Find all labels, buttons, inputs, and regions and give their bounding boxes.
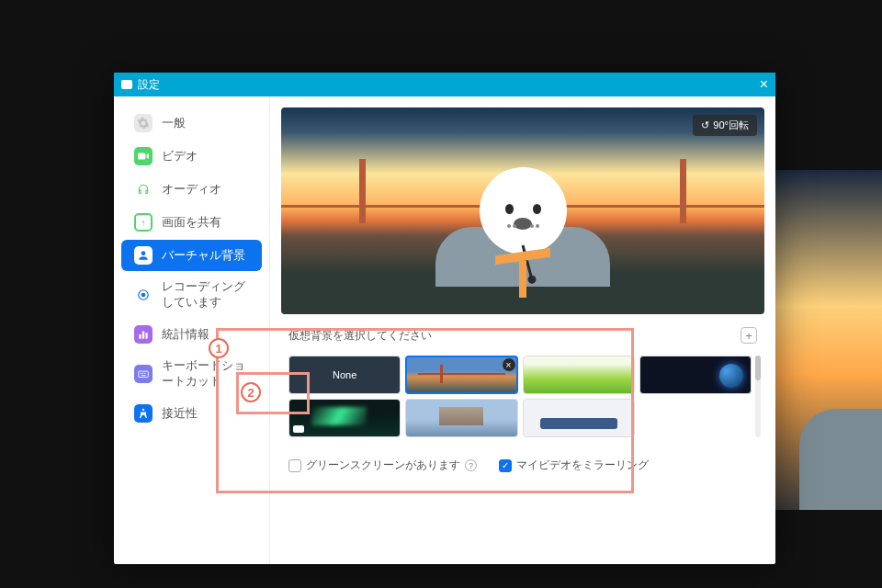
svg-rect-8 — [144, 373, 145, 374]
person-graphic — [435, 167, 610, 314]
svg-rect-3 — [142, 332, 144, 339]
svg-rect-7 — [142, 373, 143, 374]
sidebar-item-general[interactable]: 一般 — [121, 107, 262, 139]
headphones-icon — [134, 180, 153, 198]
annotation-step-1: 1 — [209, 338, 229, 358]
thumb-scrollbar[interactable] — [755, 356, 761, 437]
add-background-button[interactable]: + — [741, 327, 757, 344]
video-icon — [134, 147, 153, 165]
svg-rect-9 — [141, 375, 146, 376]
svg-rect-5 — [139, 371, 149, 377]
sidebar-item-video[interactable]: ビデオ — [121, 141, 262, 172]
person-icon — [134, 246, 153, 265]
sidebar-item-label: ビデオ — [162, 149, 198, 164]
sidebar-item-label: レコーディングしています — [162, 279, 249, 311]
sidebar-item-recording[interactable]: レコーディングしています — [121, 273, 262, 317]
background-thumb-earth[interactable] — [639, 356, 752, 394]
stats-icon — [134, 325, 153, 344]
sidebar-item-label: 接近性 — [162, 406, 198, 422]
rotate-label: 90°回転 — [713, 119, 749, 132]
app-icon — [121, 80, 132, 89]
rotate-icon: ↺ — [701, 119, 709, 131]
accessibility-icon — [134, 404, 153, 423]
gear-icon — [134, 114, 153, 132]
svg-rect-4 — [145, 333, 147, 338]
annotation-step-2: 2 — [241, 382, 261, 402]
sidebar-item-label: 統計情報 — [162, 327, 209, 343]
title-bar: 設定 × — [114, 73, 775, 96]
keyboard-icon — [134, 365, 153, 383]
svg-point-10 — [142, 409, 144, 411]
sidebar-item-label: 画面を共有 — [162, 215, 221, 231]
backdrop-person — [799, 409, 882, 510]
sidebar-item-audio[interactable]: オーディオ — [121, 174, 262, 205]
sidebar-item-label: オーディオ — [162, 182, 221, 198]
rotate-button[interactable]: ↺ 90°回転 — [693, 115, 757, 136]
svg-point-1 — [141, 293, 146, 298]
recording-icon — [134, 286, 153, 304]
window-title: 設定 — [138, 77, 160, 93]
svg-rect-6 — [141, 373, 141, 374]
sidebar-item-label: 一般 — [162, 116, 186, 131]
svg-rect-2 — [139, 334, 141, 339]
share-screen-icon — [134, 213, 153, 232]
sidebar-item-share-screen[interactable]: 画面を共有 — [121, 207, 262, 238]
sidebar-item-virtual-background[interactable]: バーチャル背景 — [121, 240, 262, 271]
sidebar-item-label: バーチャル背景 — [162, 248, 245, 264]
close-icon[interactable]: × — [760, 76, 768, 93]
video-preview: ↺ 90°回転 — [281, 107, 764, 314]
